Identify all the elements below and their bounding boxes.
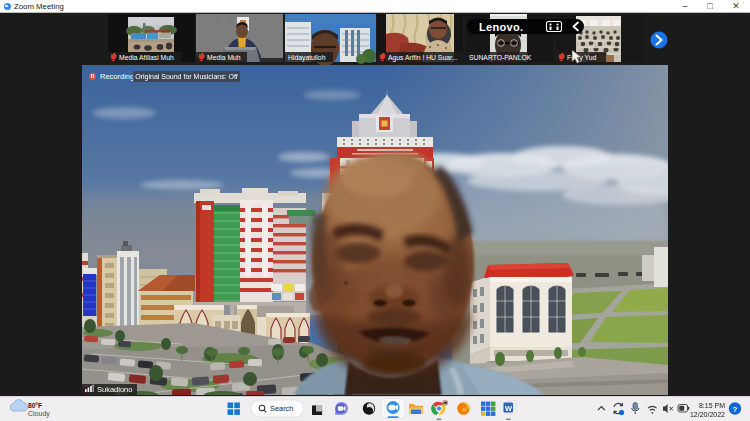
svg-text:SUNARTO-PANLOK: SUNARTO-PANLOK [469, 54, 532, 61]
svg-text:Media Afiliasi Muh: Media Afiliasi Muh [119, 54, 174, 61]
svg-text:Agus Arifin ! HU Suar...: Agus Arifin ! HU Suar... [388, 54, 458, 62]
svg-text:8:15 PM: 8:15 PM [699, 402, 725, 409]
svg-text:12/20/2022: 12/20/2022 [690, 411, 725, 418]
svg-text:Lenovo.: Lenovo. [479, 21, 523, 33]
svg-text:?: ? [733, 405, 738, 414]
svg-text:W: W [505, 404, 512, 413]
svg-text:Ferry Yud: Ferry Yud [567, 54, 597, 62]
svg-text:Media Muh: Media Muh [207, 54, 241, 61]
svg-text:Hidayatulloh: Hidayatulloh [288, 54, 326, 62]
svg-text:Cloudy: Cloudy [28, 410, 50, 418]
svg-text:80°F: 80°F [28, 402, 42, 409]
svg-text:Search: Search [270, 404, 293, 413]
